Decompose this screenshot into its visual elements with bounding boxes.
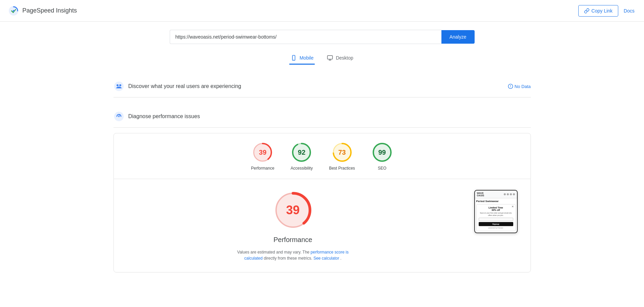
- pagespeed-logo-icon: [8, 5, 19, 16]
- phone-mockup: WAVEOASIS Period Swimwear ✕: [474, 190, 518, 233]
- mobile-icon: [291, 55, 297, 61]
- score-ring-performance: 39: [252, 141, 273, 163]
- app-title: PageSpeed Insights: [22, 7, 77, 14]
- header-left: PageSpeed Insights: [8, 5, 77, 16]
- svg-point-7: [119, 84, 121, 86]
- phone-icon-dot-1: [504, 193, 506, 195]
- analyze-label: Analyze: [450, 34, 466, 40]
- svg-point-10: [510, 87, 511, 87]
- scores-card: 39 Performance 92 Accessibility: [113, 133, 531, 272]
- phone-modal-btn: Signup: [479, 222, 513, 226]
- phone-modal-btn-text: Signup: [492, 223, 499, 225]
- url-bar-container: Analyze: [113, 30, 531, 44]
- phone-icons: [504, 193, 515, 195]
- large-performance-value: 39: [286, 203, 299, 217]
- analyze-button[interactable]: Analyze: [441, 30, 475, 44]
- main-content: Analyze Mobile Desktop: [105, 22, 539, 281]
- scores-row: 39 Performance 92 Accessibility: [114, 133, 531, 179]
- accessibility-value: 92: [298, 149, 305, 156]
- svg-point-1: [13, 10, 15, 12]
- score-ring-best-practices: 73: [331, 141, 353, 163]
- large-score-ring: 39: [273, 190, 313, 231]
- performance-label: Performance: [251, 166, 274, 171]
- svg-point-3: [293, 59, 294, 60]
- url-input[interactable]: [170, 30, 441, 44]
- discover-section-icon: [113, 81, 124, 92]
- discover-section-title: Discover what your real users are experi…: [128, 83, 241, 89]
- score-note-text: Values are estimated and may vary. The: [237, 250, 311, 255]
- phone-modal-close: ✕: [512, 205, 514, 208]
- score-item-best-practices[interactable]: 73 Best Practices: [329, 141, 355, 171]
- best-practices-value: 73: [338, 149, 346, 156]
- phone-hero-title: Period Swimwear: [476, 200, 516, 203]
- diagnose-section: Diagnose performance issues 39 Performan…: [113, 106, 531, 272]
- calculator-link[interactable]: See calculator: [313, 256, 339, 261]
- phone-icon-dot-3: [510, 193, 512, 195]
- tab-desktop[interactable]: Desktop: [326, 52, 354, 65]
- score-item-performance[interactable]: 39 Performance: [251, 141, 274, 171]
- diagnose-section-title: Diagnose performance issues: [128, 113, 200, 119]
- discover-section-left: Discover what your real users are experi…: [113, 81, 241, 92]
- docs-label: Docs: [624, 8, 635, 14]
- accessibility-label: Accessibility: [291, 166, 313, 171]
- phone-icon-dot-2: [507, 193, 509, 195]
- score-note: Values are estimated and may vary. The p…: [232, 249, 354, 261]
- no-data-badge: No Data: [508, 84, 531, 89]
- tab-desktop-label: Desktop: [336, 55, 353, 61]
- phone-content: Period Swimwear ✕ Limited Time30% off Sa…: [475, 198, 517, 233]
- detail-left: 39 Performance Values are estimated and …: [125, 190, 461, 261]
- seo-value: 99: [378, 149, 386, 156]
- detail-section: 39 Performance Values are estimated and …: [114, 179, 531, 272]
- detail-right: WAVEOASIS Period Swimwear ✕: [472, 190, 520, 261]
- tab-mobile[interactable]: Mobile: [289, 52, 315, 65]
- info-icon: [508, 84, 513, 89]
- phone-icon-dot-4: [513, 193, 515, 195]
- phone-logo: WAVEOASIS: [477, 192, 484, 197]
- discover-section-header: Discover what your real users are experi…: [113, 75, 531, 97]
- phone-modal-input: [479, 218, 513, 221]
- copy-link-button[interactable]: Copy Link: [578, 5, 618, 17]
- docs-button[interactable]: Docs: [622, 5, 636, 16]
- large-score-label: Performance: [273, 236, 312, 244]
- phone-modal-sub: Save on your first order and get email o…: [479, 212, 513, 216]
- url-bar-inner: Analyze: [170, 30, 475, 44]
- score-item-seo[interactable]: 99 SEO: [371, 141, 393, 171]
- link-icon: [584, 8, 589, 14]
- svg-point-6: [117, 84, 119, 86]
- phone-header: WAVEOASIS: [475, 191, 517, 198]
- score-ring-seo: 99: [371, 141, 393, 163]
- copy-link-label: Copy Link: [591, 8, 612, 14]
- tab-mobile-label: Mobile: [299, 55, 313, 61]
- score-item-accessibility[interactable]: 92 Accessibility: [291, 141, 313, 171]
- desktop-icon: [327, 55, 333, 61]
- score-ring-accessibility: 92: [291, 141, 312, 163]
- score-note-middle: directly from these metrics.: [264, 256, 313, 261]
- header-right: Copy Link Docs: [578, 5, 636, 17]
- svg-rect-4: [328, 56, 333, 59]
- best-practices-label: Best Practices: [329, 166, 355, 171]
- seo-label: SEO: [378, 166, 386, 171]
- performance-value: 39: [259, 149, 266, 156]
- score-note-end: .: [340, 256, 341, 261]
- no-data-label: No Data: [515, 84, 531, 89]
- tabs-container: Mobile Desktop: [113, 52, 531, 65]
- diagnose-section-icon: [113, 111, 124, 122]
- diagnose-section-left: Diagnose performance issues: [113, 111, 200, 122]
- phone-modal: ✕ Limited Time30% off Save on your first…: [476, 204, 516, 231]
- svg-point-5: [114, 82, 124, 91]
- phone-modal-title: Limited Time30% off: [479, 206, 513, 211]
- phone-modal-footer: powered by Klaviyo: [479, 227, 513, 229]
- diagnose-section-header: Diagnose performance issues: [113, 106, 531, 128]
- header: PageSpeed Insights Copy Link Docs: [0, 0, 644, 22]
